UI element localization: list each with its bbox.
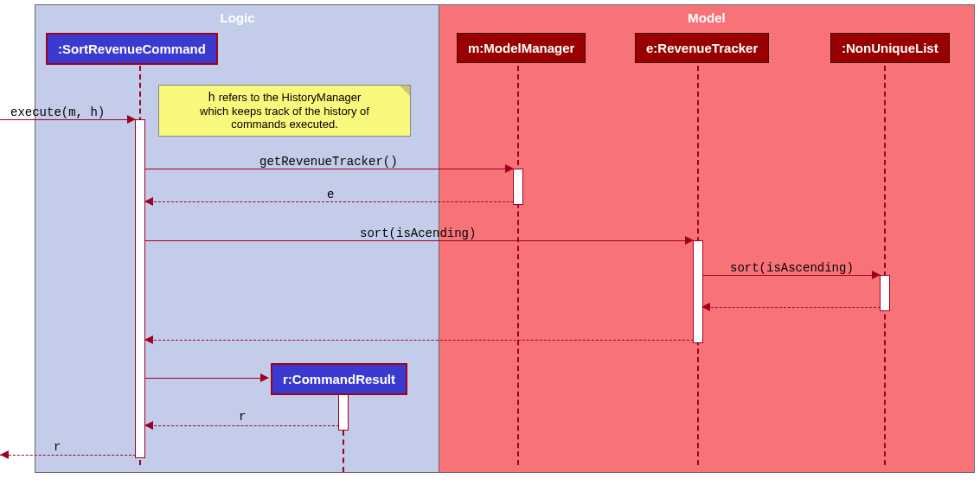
arrow-getrevenuetracker <box>144 169 513 169</box>
arrowhead-return-nul <box>701 303 710 311</box>
arrowhead-return-r <box>144 421 153 430</box>
participant-sortrevenuecommand: :SortRevenueCommand <box>46 33 218 65</box>
activation-nonuniquelist <box>880 275 890 311</box>
arrow-return-e <box>145 201 514 202</box>
activation-revenuetracker <box>693 240 703 343</box>
participant-modelmanager: m:ModelManager <box>457 33 586 63</box>
model-box-title: Model <box>439 10 974 25</box>
arrow-return-rt <box>145 340 694 341</box>
arrowhead-sort2 <box>872 271 881 279</box>
logic-box-title: Logic <box>35 10 439 25</box>
arrowhead-sort1 <box>685 236 694 245</box>
note-line3: commands executed. <box>231 118 338 131</box>
arrow-return-r <box>145 425 339 426</box>
arrowhead-execute <box>127 115 136 124</box>
activation-modelmanager <box>513 169 523 205</box>
activation-sortrevenuecommand <box>135 119 145 458</box>
participant-nonuniquelist: :NonUniqueList <box>830 33 950 63</box>
note-line2: which keeps track of the history of <box>200 105 369 118</box>
note-fold-icon <box>400 86 410 96</box>
arrowhead-return-rt <box>144 335 153 344</box>
msg-return-e: e <box>327 188 334 201</box>
lifeline-nonuniquelist <box>884 66 886 465</box>
msg-getrevenuetracker: getRevenueTracker() <box>259 155 398 169</box>
arrowhead-return-e <box>144 197 153 206</box>
arrow-sort1 <box>144 240 693 241</box>
sequence-diagram: Logic Model :SortRevenueCommand m:ModelM… <box>0 0 980 485</box>
arrowhead-getrevenuetracker <box>505 164 514 173</box>
note-h: h <box>208 91 215 105</box>
msg-sort1: sort(isAcending) <box>360 227 476 240</box>
arrowhead-return-r2 <box>0 450 9 459</box>
participant-commandresult: r:CommandResult <box>271 363 407 395</box>
note-line1: refers to the HistoryManager <box>215 91 361 104</box>
arrow-sort2 <box>702 275 880 276</box>
lifeline-modelmanager <box>517 66 519 465</box>
note-history-manager: h refers to the HistoryManager which kee… <box>158 85 411 137</box>
msg-return-r2: r <box>54 440 61 454</box>
msg-execute: execute(m, h) <box>10 105 105 119</box>
arrowhead-create-cr <box>260 373 269 382</box>
arrow-return-nul <box>702 307 881 308</box>
activation-commandresult <box>338 394 349 431</box>
arrow-create-cr <box>144 378 268 379</box>
msg-sort2: sort(isAscending) <box>730 261 854 275</box>
msg-return-r: r <box>239 410 246 424</box>
arrow-execute <box>0 119 135 120</box>
participant-revenuetracker: e:RevenueTracker <box>635 33 769 63</box>
arrow-return-r2 <box>0 455 136 456</box>
model-box: Model <box>439 4 975 473</box>
